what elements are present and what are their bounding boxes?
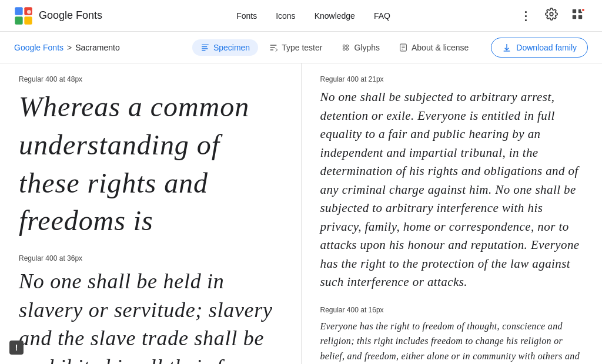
svg-rect-12	[202, 48, 208, 49]
svg-rect-10	[202, 44, 209, 45]
specimen-r2: Regular 400 at 16px Everyone has the rig…	[320, 306, 584, 365]
left-column: Regular 400 at 48px Whereas a common und…	[0, 63, 302, 364]
download-label: Download family	[516, 43, 577, 52]
settings-icon	[545, 8, 558, 23]
settings-button[interactable]	[541, 5, 562, 26]
specimen-l1-label: Regular 400 at 48px	[19, 75, 282, 83]
svg-point-4	[27, 10, 31, 14]
svg-rect-9	[578, 15, 582, 19]
specimen-r1-label: Regular 400 at 21px	[320, 75, 584, 83]
specimen-icon	[200, 43, 210, 52]
svg-point-17	[343, 45, 346, 47]
tab-glyphs[interactable]: Glyphs	[333, 39, 388, 56]
specimen-r2-text: Everyone has the right to freedom of tho…	[320, 319, 584, 365]
main-content: Regular 400 at 48px Whereas a common und…	[0, 63, 602, 364]
specimen-r1: Regular 400 at 21px No one shall be subj…	[320, 75, 584, 292]
svg-point-19	[343, 48, 346, 50]
svg-point-20	[346, 48, 349, 50]
svg-rect-2	[15, 16, 22, 24]
tab-glyphs-label: Glyphs	[354, 43, 380, 52]
tab-about-label: About & license	[412, 43, 469, 52]
download-family-button[interactable]: Download family	[491, 38, 588, 58]
specimen-l1: Regular 400 at 48px Whereas a common und…	[19, 75, 282, 240]
tab-type-tester-label: Type tester	[282, 43, 322, 52]
svg-rect-6	[573, 9, 576, 13]
nav-knowledge[interactable]: Knowledge	[307, 8, 362, 24]
nav-faq[interactable]: FAQ	[367, 8, 397, 24]
header-actions: ⋮	[515, 5, 588, 26]
tab-about[interactable]: About & license	[390, 39, 477, 56]
logo-text: Google Fonts	[39, 9, 102, 22]
svg-rect-13	[202, 50, 206, 50]
tabs-bar: Google Fonts > Sacramento Specimen Type …	[0, 32, 602, 63]
tab-group: Specimen Type tester Glyphs	[192, 39, 477, 56]
alert-icon[interactable]: !	[9, 341, 24, 355]
header: Google Fonts Fonts Icons Knowledge FAQ ⋮	[0, 0, 602, 32]
right-column: Regular 400 at 21px No one shall be subj…	[302, 63, 603, 364]
svg-rect-8	[573, 15, 576, 19]
specimen-l2-label: Regular 400 at 36px	[19, 254, 282, 262]
logo-area: Google Fonts	[14, 6, 102, 25]
type-tester-icon	[269, 43, 278, 52]
google-logo-icon	[14, 6, 33, 25]
svg-rect-11	[202, 46, 207, 47]
svg-point-18	[346, 45, 349, 47]
specimen-l2-text: No one shall be held in slavery or servi…	[19, 267, 282, 364]
specimen-r2-label: Regular 400 at 16px	[320, 306, 584, 314]
breadcrumb-separator: >	[67, 43, 72, 52]
about-icon	[399, 43, 408, 52]
nav-fonts[interactable]: Fonts	[229, 8, 264, 24]
main-nav: Fonts Icons Knowledge FAQ	[131, 8, 496, 24]
download-icon	[502, 43, 511, 52]
glyphs-icon	[341, 43, 350, 52]
tab-type-tester[interactable]: Type tester	[260, 39, 330, 56]
specimen-r1-text: No one shall be subjected to arbitrary a…	[320, 88, 584, 292]
specimen-l2: Regular 400 at 36px No one shall be held…	[19, 254, 282, 364]
more-options-button[interactable]: ⋮	[515, 5, 536, 26]
tab-specimen[interactable]: Specimen	[192, 39, 258, 56]
breadcrumb-home[interactable]: Google Fonts	[14, 43, 63, 52]
tab-specimen-label: Specimen	[213, 43, 250, 52]
svg-rect-0	[15, 7, 22, 15]
nav-icons[interactable]: Icons	[269, 8, 302, 24]
grid-view-button[interactable]	[567, 5, 588, 26]
grid-icon	[571, 8, 584, 23]
svg-point-5	[550, 12, 553, 16]
alert-icon-label: !	[15, 343, 18, 352]
more-icon: ⋮	[520, 9, 531, 23]
breadcrumb: Google Fonts > Sacramento	[14, 43, 183, 52]
breadcrumb-current: Sacramento	[75, 43, 119, 52]
specimen-l1-text: Whereas a common understanding of these …	[19, 88, 282, 240]
svg-rect-3	[24, 16, 32, 24]
